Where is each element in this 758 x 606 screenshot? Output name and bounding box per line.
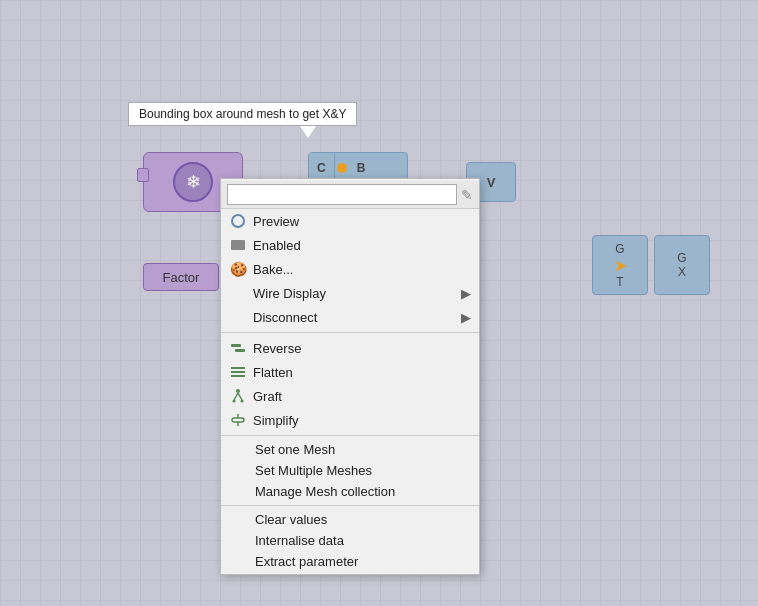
svg-point-8 [233,400,236,403]
left-port[interactable] [137,168,149,182]
menu-item-clear-values[interactable]: Clear values [221,509,479,530]
t-label-bottom: T [616,275,623,289]
menu-item-set-multiple-meshes[interactable]: Set Multiple Meshes [221,460,479,481]
g-label-top: G [615,242,624,256]
graft-label: Graft [253,389,282,404]
svg-point-5 [236,389,240,393]
menu-item-reverse[interactable]: Reverse [221,336,479,360]
simplify-label: Simplify [253,413,299,428]
preview-label: Preview [253,214,299,229]
svg-rect-0 [231,344,241,347]
context-menu: Mesh ✎ Preview Enabled 🍪 Bake... Wire Di… [220,178,480,575]
svg-rect-4 [231,375,245,377]
separator-2 [221,435,479,436]
internalise-data-label: Internalise data [255,533,344,548]
set-multiple-meshes-label: Set Multiple Meshes [255,463,372,478]
separator-3 [221,505,479,506]
menu-item-flatten[interactable]: Flatten [221,360,479,384]
reverse-icon [229,339,247,357]
x-label-bottom: X [678,265,686,279]
svg-rect-1 [235,349,245,352]
menu-item-extract-parameter[interactable]: Extract parameter [221,551,479,572]
svg-rect-2 [231,367,245,369]
bake-label: Bake... [253,262,293,277]
svg-point-9 [241,400,244,403]
enabled-icon [229,236,247,254]
disconnect-arrow: ▶ [461,310,471,325]
menu-search-input[interactable]: Mesh [227,184,457,205]
wire-display-arrow: ▶ [461,286,471,301]
enabled-label: Enabled [253,238,301,253]
reverse-label: Reverse [253,341,301,356]
menu-item-internalise-data[interactable]: Internalise data [221,530,479,551]
menu-item-enabled[interactable]: Enabled [221,233,479,257]
wire-display-icon [229,284,247,302]
orange-dot [337,163,347,173]
svg-rect-10 [232,418,244,422]
separator-1 [221,332,479,333]
snowflake-icon: ❄ [173,162,213,202]
preview-icon [229,212,247,230]
menu-header: Mesh ✎ [221,181,479,209]
disconnect-icon [229,308,247,326]
graft-icon [229,387,247,405]
menu-item-wire-display[interactable]: Wire Display ▶ [221,281,479,305]
menu-search-icon: ✎ [461,187,473,203]
menu-item-set-one-mesh[interactable]: Set one Mesh [221,439,479,460]
clear-values-label: Clear values [255,512,327,527]
svg-rect-3 [231,371,245,373]
svg-line-6 [234,393,238,400]
arrow-icon: ➤ [614,256,627,275]
disconnect-label: Disconnect [253,310,317,325]
tooltip-box: Bounding box around mesh to get X&Y [128,102,357,126]
menu-item-preview[interactable]: Preview [221,209,479,233]
menu-item-simplify[interactable]: Simplify [221,408,479,432]
gx-node[interactable]: G X [654,235,710,295]
tooltip-arrow [300,126,316,138]
gt-node[interactable]: G ➤ T [592,235,648,295]
simplify-icon [229,411,247,429]
factor-node[interactable]: Factor [143,263,219,291]
flatten-label: Flatten [253,365,293,380]
extract-parameter-label: Extract parameter [255,554,358,569]
flatten-icon [229,363,247,381]
g-label-top-gx: G [677,251,686,265]
b-label: B [349,161,374,175]
menu-item-bake[interactable]: 🍪 Bake... [221,257,479,281]
menu-item-graft[interactable]: Graft [221,384,479,408]
set-one-mesh-label: Set one Mesh [255,442,335,457]
tooltip-text: Bounding box around mesh to get X&Y [139,107,346,121]
svg-line-7 [238,393,242,400]
menu-item-manage-mesh-collection[interactable]: Manage Mesh collection [221,481,479,502]
manage-mesh-collection-label: Manage Mesh collection [255,484,395,499]
bake-icon: 🍪 [229,260,247,278]
menu-item-disconnect[interactable]: Disconnect ▶ [221,305,479,329]
wire-display-label: Wire Display [253,286,326,301]
